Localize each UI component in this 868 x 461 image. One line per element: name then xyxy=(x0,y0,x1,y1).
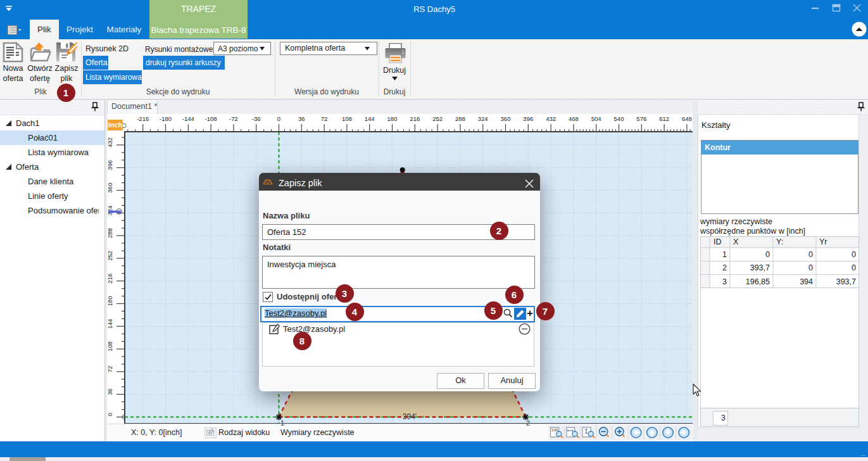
svg-text:393,7: 393,7 xyxy=(836,277,856,286)
svg-text:324: 324 xyxy=(478,115,488,122)
svg-text:2: 2 xyxy=(722,263,727,272)
svg-text:0: 0 xyxy=(852,263,856,272)
svg-text:0: 0 xyxy=(107,413,113,416)
svg-text:468: 468 xyxy=(569,115,579,122)
svg-text:396: 396 xyxy=(523,115,533,122)
svg-text:180: 180 xyxy=(107,296,113,306)
svg-text:0: 0 xyxy=(808,250,813,259)
svg-text:0: 0 xyxy=(808,263,813,272)
svg-text:393,7: 393,7 xyxy=(750,263,770,272)
svg-text:108: 108 xyxy=(342,115,352,122)
svg-text:252: 252 xyxy=(107,251,113,261)
svg-text:324: 324 xyxy=(107,205,113,215)
svg-text:72: 72 xyxy=(107,366,113,373)
svg-text:540: 540 xyxy=(614,115,624,122)
svg-text:3: 3 xyxy=(722,277,727,286)
svg-text:144: 144 xyxy=(365,115,375,122)
svg-text:-72: -72 xyxy=(229,115,238,122)
svg-text:-216: -216 xyxy=(137,115,149,122)
svg-text:36: 36 xyxy=(298,115,305,122)
svg-text:288: 288 xyxy=(107,228,113,238)
svg-text:Yr: Yr xyxy=(819,237,827,246)
svg-text:504: 504 xyxy=(591,115,601,122)
svg-text:252: 252 xyxy=(432,115,443,122)
svg-text:216: 216 xyxy=(107,274,113,284)
svg-text:360: 360 xyxy=(107,183,113,193)
svg-text:612: 612 xyxy=(659,115,669,122)
svg-text:196,85: 196,85 xyxy=(746,277,770,286)
svg-text:ID: ID xyxy=(714,237,722,246)
svg-text:36: 36 xyxy=(107,388,113,395)
svg-text:576: 576 xyxy=(636,115,646,122)
svg-text:X: X xyxy=(733,237,739,246)
svg-text:648: 648 xyxy=(682,115,692,122)
svg-text:288: 288 xyxy=(455,115,465,122)
svg-text:432: 432 xyxy=(107,137,113,148)
svg-text:394: 394 xyxy=(800,277,813,286)
svg-text:432: 432 xyxy=(546,115,556,122)
svg-text:0: 0 xyxy=(852,250,856,259)
svg-text:144: 144 xyxy=(107,319,113,329)
svg-text:394': 394' xyxy=(403,412,417,421)
svg-text:180: 180 xyxy=(387,115,398,122)
svg-text:-108: -108 xyxy=(205,115,217,122)
svg-text:360: 360 xyxy=(501,115,511,122)
svg-text:72: 72 xyxy=(321,115,328,122)
svg-text:-144: -144 xyxy=(182,115,194,122)
svg-text:-36: -36 xyxy=(252,115,261,122)
svg-text:1: 1 xyxy=(722,250,727,259)
svg-text:Y:: Y: xyxy=(776,237,783,246)
svg-text:396: 396 xyxy=(107,160,113,170)
svg-text:0: 0 xyxy=(277,115,280,122)
svg-text:108: 108 xyxy=(107,341,113,351)
svg-text:100: 100 xyxy=(551,428,558,432)
svg-text:0: 0 xyxy=(765,250,770,259)
svg-text:216: 216 xyxy=(410,115,420,122)
svg-text:-180: -180 xyxy=(160,115,172,122)
